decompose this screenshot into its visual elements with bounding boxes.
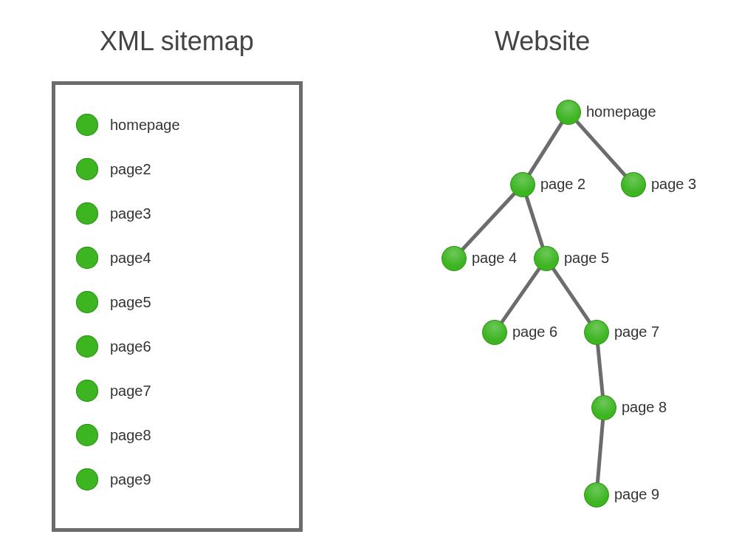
tree-node-label: page 8: [622, 399, 667, 416]
tree-edge: [577, 122, 625, 176]
list-item-label: page8: [110, 427, 151, 444]
list-item-label: page9: [110, 471, 151, 488]
tree-node-label: page 2: [540, 176, 585, 193]
dot-icon: [76, 424, 98, 446]
tree-edge: [526, 196, 543, 247]
tree-edge: [554, 269, 590, 322]
tree-edges: [369, 81, 741, 539]
list-item-label: homepage: [110, 117, 180, 134]
dot-icon: [76, 335, 98, 358]
tree-node-label: homepage: [586, 103, 656, 120]
tree-node-page8: [591, 395, 616, 420]
tree-node-label: page 4: [472, 250, 517, 267]
list-item-label: page3: [110, 205, 151, 222]
list-item: page3: [76, 191, 299, 236]
tree-node-page9: [584, 482, 609, 507]
tree-node-label: page 6: [512, 324, 557, 341]
tree-edge: [529, 123, 562, 174]
list-item-label: page7: [110, 383, 151, 400]
tree-node-page7: [584, 320, 609, 345]
dot-icon: [76, 247, 98, 269]
list-item: page5: [76, 280, 299, 324]
tree-node-page2: [510, 172, 535, 197]
diagram-stage: XML sitemap Website homepage page2 page3…: [0, 0, 756, 554]
list-item: page8: [76, 413, 299, 457]
dot-icon: [76, 468, 98, 490]
website-tree: homepagepage 2page 3page 4page 5page 6pa…: [369, 81, 741, 539]
tree-node-label: page 7: [614, 324, 659, 341]
tree-node-label: page 5: [564, 250, 609, 267]
dot-icon: [76, 291, 98, 313]
list-item: page9: [76, 457, 299, 502]
tree-edge: [598, 345, 603, 395]
dot-icon: [76, 158, 98, 180]
tree-node-label: page 9: [614, 486, 659, 503]
tree-edge: [463, 194, 515, 249]
website-title: Website: [495, 26, 590, 57]
list-item-label: page6: [110, 338, 151, 355]
tree-node-homepage: [556, 100, 581, 125]
list-item: page4: [76, 236, 299, 280]
tree-node-page4: [441, 246, 467, 271]
xml-sitemap-title: XML sitemap: [100, 26, 254, 57]
dot-icon: [76, 114, 98, 136]
tree-node-page6: [482, 320, 507, 345]
tree-node-label: page 3: [651, 176, 696, 193]
tree-node-page5: [534, 246, 559, 271]
list-item: page6: [76, 324, 299, 369]
dot-icon: [76, 202, 98, 225]
list-item-label: page5: [110, 294, 151, 311]
tree-edge: [597, 420, 602, 482]
sitemap-list: homepage page2 page3 page4 page5 page6: [55, 85, 299, 502]
list-item-label: page2: [110, 161, 151, 178]
list-item: page2: [76, 147, 299, 191]
tree-node-page3: [621, 172, 646, 197]
dot-icon: [76, 380, 98, 402]
list-item: page7: [76, 369, 299, 413]
tree-edge: [502, 269, 540, 322]
sitemap-panel: homepage page2 page3 page4 page5 page6: [52, 81, 303, 532]
list-item: homepage: [76, 103, 299, 147]
list-item-label: page4: [110, 250, 151, 267]
